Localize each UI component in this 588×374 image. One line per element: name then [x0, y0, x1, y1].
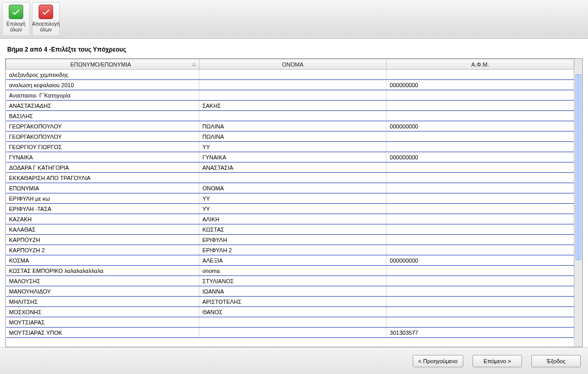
- cell-surname: ΜΟΥΤΣΙΑΡΑΣ ΥΠΟΚ: [6, 328, 199, 338]
- cell-afm: [387, 101, 574, 111]
- cell-name: ΠΩΛΙΝΑ: [199, 132, 387, 142]
- table-row[interactable]: ΚΑΡΠΟΥΖΗ 2ΕΡΙΦΥΛΗ 2: [6, 245, 574, 255]
- cell-name: ΥΥ: [199, 193, 387, 204]
- col-header-name[interactable]: ΟΝΟΜΑ: [199, 59, 387, 70]
- cell-surname: ΒΑΣΙΛΗΣ: [6, 111, 199, 121]
- exit-button[interactable]: Έξοδος: [531, 355, 581, 367]
- sort-asc-icon: △: [192, 61, 196, 67]
- cell-afm: [387, 297, 574, 307]
- cell-name: ΙΩΑΝΝΑ: [199, 286, 387, 297]
- prev-button[interactable]: < Προηγούμενο: [413, 355, 463, 367]
- table-row[interactable]: ΜΟΥΤΣΙΑΡΑΣ: [6, 317, 574, 328]
- table-row[interactable]: ΓΕΩΡΓΑΚΟΠΟΥΛΟΥΠΩΛΙΝΑ000000000: [6, 121, 574, 132]
- cell-surname: αναλωση κεφαλαιου 2010: [6, 80, 199, 90]
- table-row[interactable]: ΒΑΣΙΛΗΣ: [6, 111, 574, 121]
- table-row[interactable]: ΜΑΝΟΥΗΛΙΔΟΥΙΩΑΝΝΑ: [6, 286, 574, 297]
- cell-afm: [387, 214, 574, 224]
- cell-surname: ΑΝΑΣΤΑΣΙΑΔΗΣ: [6, 101, 199, 111]
- cell-afm: [387, 317, 574, 328]
- deselect-all-label: Αποεπιλογή όλων: [32, 21, 60, 32]
- cell-name: ΣΑΚΗΣ: [199, 101, 387, 111]
- step-title: Βήμα 2 από 4 -Επιλέξτε τους Υπόχρεους: [5, 43, 583, 58]
- table-row[interactable]: ΓΕΩΡΓΑΚΟΠΟΥΛΟΥΠΩΛΙΝΑ: [6, 132, 574, 142]
- cell-afm: [387, 224, 574, 235]
- cell-afm: [387, 90, 574, 101]
- cell-surname: ΚΑΖΑΚΗ: [6, 214, 199, 224]
- cell-name: ΥΥ: [199, 142, 387, 152]
- cell-surname: ΜΟΣΧΟΝΗΣ: [6, 307, 199, 317]
- col-header-afm[interactable]: Α.Φ.Μ.: [387, 59, 574, 70]
- cell-surname: ΚΑΡΠΟΥΖΗ: [6, 235, 199, 245]
- cell-afm: [387, 162, 574, 173]
- cell-surname: ΓΕΩΡΓΑΚΟΠΟΥΛΟΥ: [6, 121, 199, 132]
- cell-afm: [387, 245, 574, 255]
- cell-afm: [387, 173, 574, 183]
- cell-name: ΠΩΛΙΝΑ: [199, 121, 387, 132]
- table-row[interactable]: ΚΑΛΑΘΑΣΚΩΣΤΑΣ: [6, 224, 574, 235]
- table-row[interactable]: ΜΗΛΙΤΣΗΣΑΡΙΣΤΟΤΕΛΗΣ: [6, 297, 574, 307]
- cell-name: ΑΛΙΚΗ: [199, 214, 387, 224]
- toolbar: Επιλογή όλων Αποεπιλογή όλων: [0, 0, 588, 39]
- cell-name: ΑΝΑΣΤΑΣΙΑ: [199, 162, 387, 173]
- table-row[interactable]: ΜΑΛΟΥΣΗΣΣΤΥΛΙΑΝΟΣ: [6, 276, 574, 286]
- cell-afm: [387, 276, 574, 286]
- table-row[interactable]: ΕΡΙΦΥΛΗ με κωΥΥ: [6, 193, 574, 204]
- cell-surname: ΜΑΝΟΥΗΛΙΔΟΥ: [6, 286, 199, 297]
- cell-afm: 000000000: [387, 255, 574, 266]
- cell-surname: ΔΟΔΑΡΑ Γ ΚΑΤΗΓΟΡΙΑ: [6, 162, 199, 173]
- cell-surname: ΓΕΩΡΓΙΟΥ ΓΙΩΡΓΟΣ: [6, 142, 199, 152]
- cell-name: [199, 90, 387, 101]
- cell-afm: [387, 183, 574, 193]
- table-row[interactable]: αναλωση κεφαλαιου 2010000000000: [6, 80, 574, 90]
- table-row[interactable]: ΜΟΣΧΟΝΗΣΘΑΝΟΣ: [6, 307, 574, 317]
- table-row[interactable]: ΑΝΑΣΤΑΣΙΑΔΗΣΣΑΚΗΣ: [6, 101, 574, 111]
- table-row[interactable]: ΚΟΣΜΑΑΛΕΞΙΑ000000000: [6, 255, 574, 266]
- cell-surname: ΚΑΛΑΘΑΣ: [6, 224, 199, 235]
- col-header-surname[interactable]: ΕΠΩΝΥΜΟ/ΕΠΩΝΥΜΙΑ △: [6, 59, 199, 70]
- cell-surname: ΜΑΛΟΥΣΗΣ: [6, 276, 199, 286]
- cell-name: [199, 328, 387, 338]
- cell-name: ΥΥ: [199, 204, 387, 214]
- cell-name: [199, 173, 387, 183]
- table-row[interactable]: ΓΥΝΑΙΚΑΓΥΝΑΙΚΑ000000000: [6, 152, 574, 162]
- cell-afm: [387, 142, 574, 152]
- cell-surname: ΕΠΩΝΥΜΙΑ: [6, 183, 199, 193]
- cell-name: onoma: [199, 266, 387, 276]
- cell-afm: [387, 204, 574, 214]
- deselect-all-button[interactable]: Αποεπιλογή όλων: [32, 2, 60, 36]
- data-grid: ΕΠΩΝΥΜΟ/ΕΠΩΝΥΜΙΑ △ ΟΝΟΜΑ Α.Φ.Μ. αλεξανδρ…: [6, 59, 574, 338]
- table-row[interactable]: ΓΕΩΡΓΙΟΥ ΓΙΩΡΓΟΣΥΥ: [6, 142, 574, 152]
- cell-name: ΑΛΕΞΙΑ: [199, 255, 387, 266]
- cell-name: [199, 70, 387, 80]
- scrollbar-thumb[interactable]: [576, 74, 581, 260]
- cell-surname: ΓΥΝΑΙΚΑ: [6, 152, 199, 162]
- table-row[interactable]: ΜΟΥΤΣΙΑΡΑΣ ΥΠΟΚ301303577: [6, 328, 574, 338]
- cell-name: ΓΥΝΑΙΚΑ: [199, 152, 387, 162]
- table-row[interactable]: ΔΟΔΑΡΑ Γ ΚΑΤΗΓΟΡΙΑΑΝΑΣΤΑΣΙΑ: [6, 162, 574, 173]
- cell-name: [199, 111, 387, 121]
- table-row[interactable]: ΕΠΩΝΥΜΙΑΟΝΟΜΑ: [6, 183, 574, 193]
- footer: < Προηγούμενο Επόμενο > Έξοδος: [0, 347, 588, 374]
- table-row[interactable]: ΕΡΙΦΥΛΗ -ΤΑΣΑΥΥ: [6, 204, 574, 214]
- check-green-icon: [9, 5, 23, 19]
- table-row[interactable]: ΚΑΖΑΚΗΑΛΙΚΗ: [6, 214, 574, 224]
- table-row[interactable]: ΚΑΡΠΟΥΖΗΕΡΙΦΥΛΗ: [6, 235, 574, 245]
- grid-scroll[interactable]: ΕΠΩΝΥΜΟ/ΕΠΩΝΥΜΙΑ △ ΟΝΟΜΑ Α.Φ.Μ. αλεξανδρ…: [6, 59, 574, 347]
- scrollbar-track[interactable]: [574, 59, 582, 347]
- table-row[interactable]: Αναστασια- Γ΄Κατηγορία: [6, 90, 574, 101]
- cell-surname: ΚΩΣΤΑΣ ΕΜΠΟΡΙΚΟ λαλαλαλαλλαλα: [6, 266, 199, 276]
- next-button[interactable]: Επόμενο >: [473, 355, 522, 367]
- cell-afm: [387, 235, 574, 245]
- cell-name: ΑΡΙΣΤΟΤΕΛΗΣ: [199, 297, 387, 307]
- table-row[interactable]: ΚΩΣΤΑΣ ΕΜΠΟΡΙΚΟ λαλαλαλαλλαλαonoma: [6, 266, 574, 276]
- table-row[interactable]: αλεξανδρος χεμπεκιδης: [6, 70, 574, 80]
- cell-afm: [387, 111, 574, 121]
- cell-surname: ΕΡΙΦΥΛΗ -ΤΑΣΑ: [6, 204, 199, 214]
- cell-afm: [387, 307, 574, 317]
- table-row[interactable]: ΕΚΚΑΘΑΡΙΣΗ ΑΠΟ ΤΡΑΓΟΥΛΙΑ: [6, 173, 574, 183]
- select-all-button[interactable]: Επιλογή όλων: [2, 2, 30, 36]
- cell-afm: [387, 266, 574, 276]
- header-row: ΕΠΩΝΥΜΟ/ΕΠΩΝΥΜΙΑ △ ΟΝΟΜΑ Α.Φ.Μ.: [6, 59, 574, 70]
- cell-name: ΘΑΝΟΣ: [199, 307, 387, 317]
- cell-surname: ΚΑΡΠΟΥΖΗ 2: [6, 245, 199, 255]
